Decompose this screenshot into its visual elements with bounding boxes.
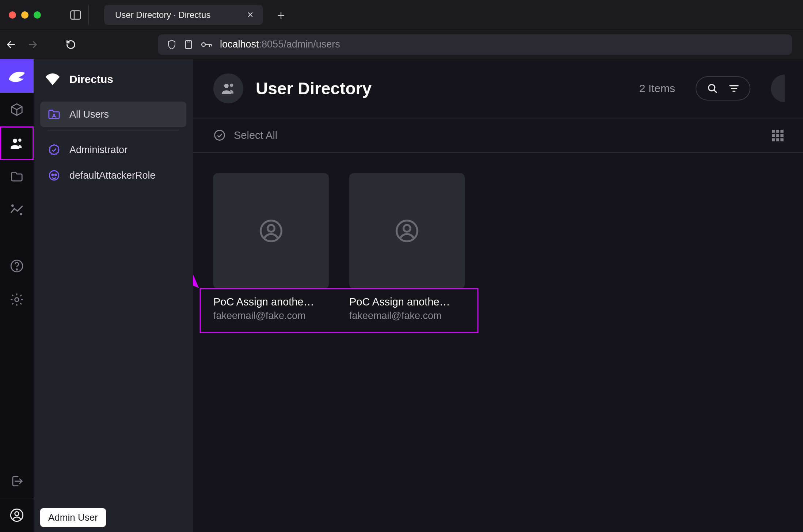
mask-icon [47,169,61,182]
svg-rect-32 [776,130,779,133]
titlebar-separator [88,5,89,25]
nav-item-label: All Users [69,109,109,120]
avatar-placeholder-icon [213,173,329,289]
svg-point-12 [20,213,22,214]
verified-icon [47,143,61,156]
svg-rect-31 [772,130,775,133]
svg-point-21 [52,174,53,176]
svg-rect-39 [780,138,783,141]
browser-toolbar: localhost:8055/admin/users [0,30,803,59]
rail-item-profile[interactable] [0,498,34,532]
page-title: User Directory [256,79,372,98]
search-filter-pill[interactable] [696,76,750,100]
url-field[interactable]: localhost:8055/admin/users [158,34,792,55]
traffic-lights [0,11,66,19]
svg-point-24 [230,84,233,87]
window-minimize-button[interactable] [21,11,28,19]
svg-rect-35 [776,134,779,137]
window-zoom-button[interactable] [34,11,41,19]
avatar-placeholder-icon [349,173,465,289]
layout-grid-icon[interactable] [770,128,785,142]
rail-item-files[interactable] [0,160,34,194]
svg-point-41 [268,225,275,232]
svg-point-19 [53,114,55,116]
rail-item-settings[interactable] [0,283,34,316]
page-header-icon [213,73,243,103]
nav-back-button[interactable] [3,37,19,53]
filter-icon [728,83,739,94]
nav-item-defaultattackerrole[interactable]: defaultAttackerRole [40,163,186,188]
svg-point-18 [15,512,19,516]
rail-item-signout[interactable] [0,464,34,498]
new-tab-button[interactable]: ＋ [275,7,287,23]
nav-panel: Directus All Users Administrator defa [34,59,193,532]
svg-point-5 [202,43,205,46]
rail-item-content[interactable] [0,93,34,126]
user-card-email: fakeemail@fake.com [213,310,329,322]
page-header: User Directory 2 Items [193,59,803,118]
nav-item-all-users[interactable]: All Users [40,102,186,127]
user-card-name: PoC Assign anothe… [349,296,465,308]
key-icon [201,41,212,49]
search-icon [707,83,718,94]
nav-reload-button[interactable] [63,37,79,53]
wifi-icon [45,73,60,85]
svg-point-10 [18,138,22,142]
module-rail [0,59,34,532]
browser-sidebar-toggle-icon[interactable] [70,10,81,20]
svg-point-23 [224,84,229,88]
window-titlebar: User Directory · Directus ✕ ＋ [0,0,803,30]
svg-rect-34 [772,134,775,137]
listing-toolbar: Select All [193,118,803,153]
svg-point-14 [16,269,17,270]
svg-rect-0 [71,11,81,19]
nav-forward-button[interactable] [25,37,41,53]
nav-item-administrator[interactable]: Administrator [40,137,186,163]
user-card-name: PoC Assign anothe… [213,296,329,308]
user-card[interactable]: PoC Assign anothe… fakeemail@fake.com [349,173,465,322]
svg-rect-38 [776,138,779,141]
browser-tab[interactable]: User Directory · Directus ✕ [104,5,263,25]
rail-item-insights[interactable] [0,194,34,227]
select-all-label[interactable]: Select All [234,129,277,141]
brand-logo[interactable] [0,59,34,93]
nav-item-label: defaultAttackerRole [69,170,156,181]
nav-item-label: Administrator [69,144,128,156]
svg-point-15 [15,298,19,302]
rail-item-users[interactable] [0,126,34,160]
main-content: User Directory 2 Items Select All [193,59,803,532]
nav-list: All Users Administrator defaultAttackerR… [34,99,193,190]
nav-divider [47,130,179,130]
svg-point-22 [55,174,57,176]
nav-panel-header: Directus [34,59,193,99]
rail-item-docs[interactable] [0,249,34,283]
tab-close-icon[interactable]: ✕ [247,10,254,20]
page-info-icon [184,39,193,50]
item-count: 2 Items [639,82,675,95]
users-folder-icon [47,108,61,121]
user-card[interactable]: PoC Assign anothe… fakeemail@fake.com [213,173,329,322]
svg-point-9 [13,139,17,143]
tab-title: User Directory · Directus [115,10,210,20]
url-host: localhost [220,39,259,50]
svg-rect-33 [780,130,783,133]
add-button[interactable] [771,75,785,102]
svg-point-11 [12,205,13,206]
user-cards: PoC Assign anothe… fakeemail@fake.com Po… [193,153,803,322]
svg-line-26 [714,90,716,92]
select-all-icon[interactable] [213,129,226,141]
url-path: :8055/admin/users [259,39,340,50]
svg-point-43 [404,225,411,232]
svg-rect-36 [780,134,783,137]
svg-rect-37 [772,138,775,141]
url-text: localhost:8055/admin/users [220,39,340,50]
shield-icon [167,39,176,50]
nav-panel-title: Directus [69,73,113,86]
user-card-email: fakeemail@fake.com [349,310,465,322]
app-root: Directus All Users Administrator defa [0,59,803,532]
profile-tooltip: Admin User [40,508,106,527]
svg-point-30 [215,130,225,140]
window-close-button[interactable] [9,11,16,19]
